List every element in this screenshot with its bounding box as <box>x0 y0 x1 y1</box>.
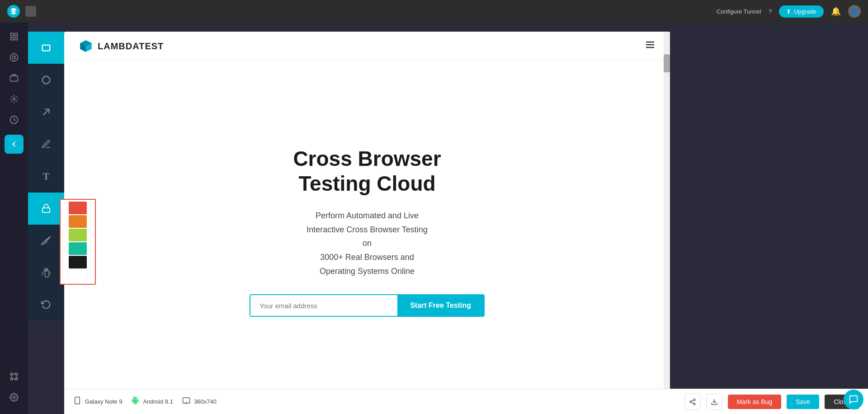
device-name-label: Galaxy Note 9 <box>85 398 122 405</box>
os-name-label: Android 8.1 <box>143 398 173 405</box>
resolution-label: 360x740 <box>194 398 217 405</box>
svg-rect-6 <box>10 76 18 81</box>
bottom-bar: Galaxy Note 9 Android 8.1 360x740 <box>64 389 868 414</box>
svg-point-34 <box>693 399 695 400</box>
hamburger-menu-icon[interactable] <box>645 39 656 53</box>
svg-point-17 <box>13 396 15 399</box>
resolution-icon <box>182 396 190 407</box>
left-sidebar <box>0 23 28 414</box>
ellipse-tool-button[interactable] <box>28 64 64 96</box>
svg-rect-18 <box>42 45 50 51</box>
svg-point-19 <box>42 76 50 84</box>
sidebar-item-back[interactable] <box>5 135 24 154</box>
hero-section: Cross Browser Testing Cloud Perform Auto… <box>64 61 670 402</box>
color-swatch-orange[interactable] <box>69 215 87 228</box>
sidebar-item-screenshot[interactable] <box>5 69 24 88</box>
lt-logo-text: LAMBDATEST <box>98 41 164 52</box>
svg-point-7 <box>13 98 15 100</box>
device-resolution-info: 360x740 <box>182 396 217 407</box>
sidebar-item-automation[interactable] <box>5 89 24 108</box>
svg-point-5 <box>13 56 16 59</box>
notifications-icon[interactable]: 🔔 <box>831 6 841 16</box>
tool-sidebar: T <box>28 32 64 321</box>
sidebar-item-integrations[interactable] <box>5 367 24 386</box>
pen-tool-button[interactable] <box>28 128 64 160</box>
bottom-actions: Mark as Bug Save Close <box>684 394 859 410</box>
lt-navbar: LAMBDATEST <box>64 32 670 61</box>
svg-line-20 <box>43 109 49 115</box>
save-button[interactable]: Save <box>787 395 819 409</box>
color-swatch-green-light[interactable] <box>69 229 87 241</box>
screenshot-viewer: LAMBDATEST Cross Browser Testing Cloud P… <box>64 32 670 402</box>
chat-fab-button[interactable] <box>844 390 863 409</box>
upgrade-button[interactable]: ⬆ Upgrade <box>779 5 824 18</box>
bug-tool-button[interactable] <box>28 257 64 289</box>
hero-subtitle: Perform Automated and Live Interactive C… <box>307 209 428 278</box>
color-picker-popup <box>60 199 96 285</box>
svg-rect-0 <box>11 33 14 36</box>
svg-point-4 <box>10 54 18 61</box>
svg-rect-10 <box>15 373 17 375</box>
svg-rect-1 <box>15 33 18 36</box>
color-swatch-teal[interactable] <box>69 242 87 255</box>
svg-point-35 <box>690 401 692 403</box>
phone-icon <box>73 396 81 407</box>
rectangle-tool-button[interactable] <box>28 32 64 64</box>
text-tool-button[interactable]: T <box>28 160 64 192</box>
device-os-info: Android 8.1 <box>131 396 173 407</box>
user-avatar[interactable]: 👤 <box>848 5 861 18</box>
svg-rect-2 <box>15 38 18 40</box>
mark-as-bug-button[interactable]: Mark as Bug <box>728 395 782 409</box>
email-form: Start Free Testing <box>250 294 485 317</box>
sidebar-item-history[interactable] <box>5 110 24 129</box>
top-bar: Configure Tunnel ? ⬆ Upgrade 🔔 👤 <box>0 0 868 23</box>
app-logo <box>7 5 20 18</box>
download-button[interactable] <box>706 394 722 410</box>
sidebar-item-dashboard[interactable] <box>5 27 24 46</box>
sidebar-item-live[interactable] <box>5 48 24 67</box>
svg-rect-12 <box>15 378 17 380</box>
color-swatch-red[interactable] <box>69 202 87 214</box>
nav-icon[interactable] <box>25 6 36 17</box>
android-icon <box>131 396 139 407</box>
sidebar-item-settings[interactable] <box>5 388 24 407</box>
device-phone-info: Galaxy Note 9 <box>73 396 122 407</box>
svg-marker-21 <box>42 237 50 245</box>
help-icon[interactable]: ? <box>769 8 772 15</box>
undo-tool-button[interactable] <box>28 289 64 321</box>
lt-logo: LAMBDATEST <box>79 39 164 53</box>
svg-rect-29 <box>75 397 80 404</box>
eraser-tool-button[interactable] <box>28 225 64 257</box>
color-swatch-white[interactable] <box>69 269 87 282</box>
share-button[interactable] <box>684 394 701 410</box>
scrollbar-thumb[interactable] <box>664 54 670 72</box>
upgrade-icon: ⬆ <box>786 8 791 15</box>
scrollbar[interactable] <box>664 32 670 402</box>
svg-point-36 <box>693 403 695 405</box>
configure-tunnel-label: Configure Tunnel <box>717 8 761 15</box>
svg-rect-9 <box>11 373 13 375</box>
svg-line-38 <box>691 400 693 401</box>
svg-rect-3 <box>11 38 14 40</box>
hero-title: Cross Browser Testing Cloud <box>293 146 441 196</box>
svg-rect-11 <box>11 378 13 380</box>
start-free-testing-button[interactable]: Start Free Testing <box>397 295 484 316</box>
fill-tool-button[interactable] <box>28 193 64 225</box>
arrow-tool-button[interactable] <box>28 96 64 128</box>
email-input[interactable] <box>250 295 397 316</box>
main-content: T <box>28 23 868 414</box>
color-swatch-black[interactable] <box>69 256 87 268</box>
svg-line-37 <box>691 402 693 404</box>
